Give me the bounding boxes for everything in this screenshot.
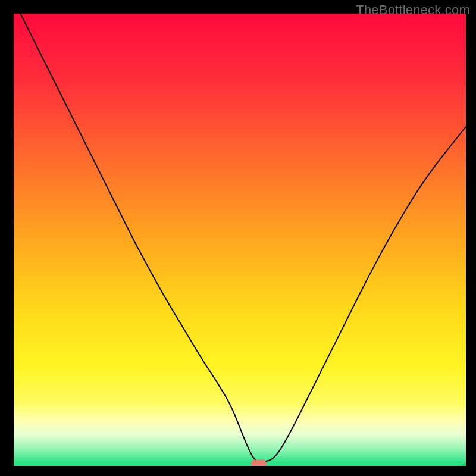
optimum-marker [251, 460, 267, 466]
curve-layer [14, 14, 466, 466]
plot-area [14, 14, 466, 466]
bottleneck-curve [14, 14, 466, 461]
watermark-text: TheBottleneck.com [356, 2, 470, 18]
chart-frame: TheBottleneck.com [0, 0, 476, 476]
